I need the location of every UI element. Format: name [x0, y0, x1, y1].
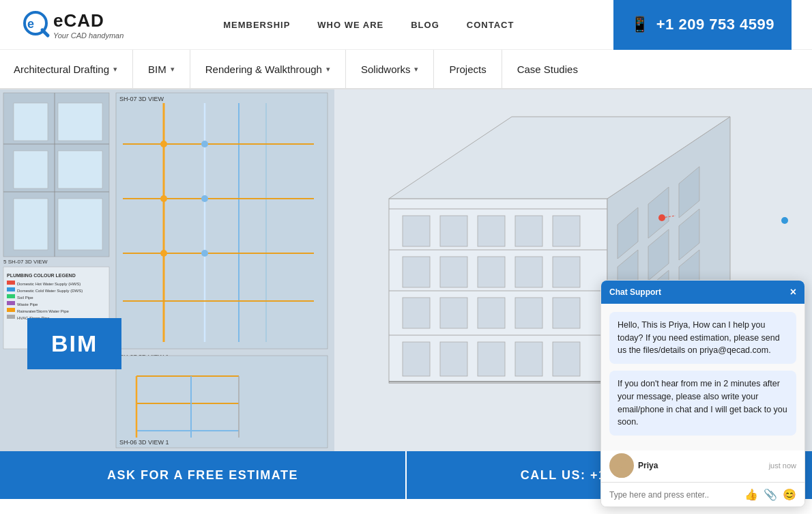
svg-rect-9 [58, 103, 102, 141]
svg-rect-66 [478, 298, 505, 328]
svg-point-23 [160, 141, 167, 147]
chevron-down-icon: ▾ [171, 65, 175, 74]
main-nav: MEMBERSHIP WHO WE ARE BLOG CONTACT [223, 20, 514, 30]
svg-rect-70 [440, 257, 467, 287]
svg-rect-68 [553, 298, 580, 328]
chevron-down-icon: ▾ [326, 65, 330, 74]
emoji-icon[interactable]: 😊 [783, 488, 796, 499]
svg-rect-73 [553, 257, 580, 287]
agent-name: Priya [638, 461, 658, 470]
svg-point-28 [201, 250, 208, 257]
svg-text:Soil Pipe: Soil Pipe [17, 296, 33, 300]
thumbs-up-icon[interactable]: 👍 [744, 488, 758, 499]
nav-blog[interactable]: BLOG [411, 20, 439, 30]
subnav-solidworks[interactable]: Solidworks ▾ [346, 50, 435, 88]
site-header: e eCAD Your CAD handyman MEMBERSHIP WHO … [0, 0, 812, 50]
logo-tagline: Your CAD handyman [53, 31, 124, 40]
svg-text:Domestic Cold Water Supply (DW: Domestic Cold Water Supply (DWS) [17, 289, 83, 293]
svg-point-25 [160, 195, 167, 202]
svg-text:5   SH-07 3D VIEW: 5 SH-07 3D VIEW [3, 259, 48, 265]
svg-line-1 [42, 30, 48, 35]
bim-badge: BIM [27, 318, 121, 369]
svg-rect-62 [515, 342, 542, 376]
chat-body: Hello, This is Priya, How can I help you… [601, 304, 804, 451]
subnav-rendering[interactable]: Rendering & Walkthrough ▾ [190, 50, 346, 88]
svg-point-98 [613, 470, 630, 478]
phone-number: +1 209 753 4599 [656, 16, 774, 33]
svg-rect-69 [403, 257, 430, 287]
logo-icon: e [20, 8, 53, 41]
svg-text:SH-07 3D VIEW: SH-07 3D VIEW [119, 96, 164, 102]
svg-point-27 [160, 250, 167, 257]
svg-point-97 [617, 458, 626, 468]
hero-left-panel: SH-07 3D VIEW 1 PLUMBING COLOUR LEGEND D… [0, 89, 334, 451]
chevron-down-icon: ▾ [113, 65, 117, 74]
svg-rect-64 [403, 298, 430, 328]
svg-point-26 [201, 195, 208, 202]
svg-rect-74 [403, 216, 430, 246]
svg-rect-65 [440, 298, 467, 328]
svg-text:Waste Pipe: Waste Pipe [17, 302, 38, 306]
svg-rect-10 [14, 151, 48, 188]
logo-area[interactable]: e eCAD Your CAD handyman [20, 8, 124, 41]
svg-rect-32 [7, 281, 15, 285]
svg-point-24 [201, 141, 208, 147]
svg-text:Rainwater/Storm Water Pipe: Rainwater/Storm Water Pipe [17, 309, 69, 313]
chevron-down-icon: ▾ [414, 65, 418, 74]
chat-close-button[interactable]: × [790, 286, 796, 298]
chat-timestamp: just now [769, 461, 796, 470]
nav-membership[interactable]: MEMBERSHIP [223, 20, 290, 30]
svg-rect-12 [14, 199, 48, 250]
phone-icon: 📱 [630, 16, 650, 33]
svg-rect-11 [58, 151, 102, 188]
chat-agent-row: Priya just now [601, 451, 804, 482]
chat-bubble-2: If you don't hear from me in 2 minutes a… [609, 371, 796, 436]
chat-header-label: Chat Support [609, 287, 661, 297]
logo-brand: eCAD [53, 10, 124, 31]
phone-button[interactable]: 📱 +1 209 753 4599 [613, 0, 792, 50]
svg-rect-40 [7, 308, 15, 312]
svg-rect-44 [116, 356, 328, 448]
svg-text:Domestic Hot Water Supply (HWS: Domestic Hot Water Supply (HWS) [17, 282, 81, 286]
svg-rect-36 [7, 294, 15, 298]
estimate-button[interactable]: ASK FOR A FREE ESTIMATE [0, 451, 405, 499]
nav-contact[interactable]: CONTACT [467, 20, 514, 30]
subnav-case-studies[interactable]: Case Studies [502, 50, 593, 88]
logo-text: eCAD Your CAD handyman [53, 10, 124, 40]
svg-rect-71 [478, 257, 505, 287]
sub-nav: Architectural Drafting ▾ BIM ▾ Rendering… [0, 50, 812, 89]
svg-rect-8 [14, 103, 48, 141]
subnav-projects[interactable]: Projects [434, 50, 502, 88]
svg-rect-42 [7, 315, 15, 319]
nav-who-we-are[interactable]: WHO WE ARE [317, 20, 383, 30]
subnav-architectural-drafting[interactable]: Architectural Drafting ▾ [14, 50, 133, 88]
chat-bubble-1: Hello, This is Priya, How can I help you… [609, 312, 796, 364]
chat-input-row: 👍 📎 😊 [601, 482, 804, 499]
svg-rect-34 [7, 287, 15, 291]
svg-rect-67 [515, 298, 542, 328]
svg-rect-72 [515, 257, 542, 287]
svg-rect-75 [440, 216, 467, 246]
svg-rect-13 [58, 199, 102, 250]
avatar [609, 453, 634, 478]
svg-text:e: e [27, 17, 34, 31]
chat-agent-info: Priya [609, 453, 658, 478]
svg-rect-76 [478, 216, 505, 246]
svg-rect-60 [440, 342, 467, 376]
svg-rect-14 [116, 93, 328, 349]
svg-text:PLUMBING COLOUR LEGEND: PLUMBING COLOUR LEGEND [7, 273, 76, 278]
svg-rect-59 [403, 342, 430, 376]
svg-rect-38 [7, 301, 15, 305]
chat-header: Chat Support × [601, 281, 804, 304]
chat-input[interactable] [609, 490, 739, 500]
svg-rect-78 [553, 216, 580, 246]
plumbing-diagram: SH-07 3D VIEW 1 PLUMBING COLOUR LEGEND D… [0, 89, 334, 451]
subnav-bim[interactable]: BIM ▾ [133, 50, 190, 88]
svg-rect-77 [515, 216, 542, 246]
svg-rect-63 [553, 342, 580, 376]
svg-text:SH-06 3D VIEW 1: SH-06 3D VIEW 1 [119, 439, 169, 446]
svg-point-94 [781, 217, 788, 224]
svg-rect-61 [478, 342, 505, 376]
chat-widget: Chat Support × Hello, This is Priya, How… [600, 280, 805, 499]
attachment-icon[interactable]: 📎 [764, 488, 777, 499]
